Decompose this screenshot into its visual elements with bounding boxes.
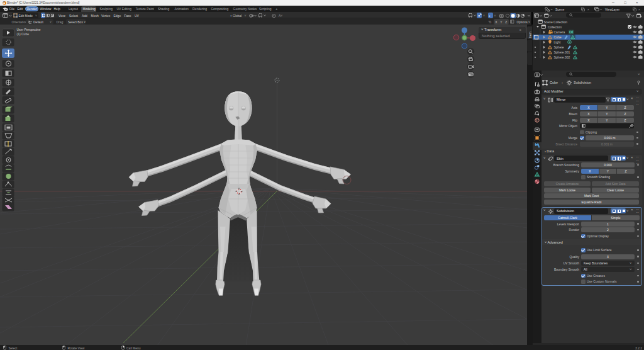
svg-text:Camera: Camera <box>554 30 565 34</box>
svg-text:Cube: Cube <box>554 35 562 39</box>
svg-text:Collection: Collection <box>548 25 562 29</box>
svg-text:Sphere.002: Sphere.002 <box>554 55 570 59</box>
svg-text:Scene Collection: Scene Collection <box>544 20 568 24</box>
svg-text:Sphere.001: Sphere.001 <box>554 50 570 54</box>
svg-text:Light: Light <box>554 40 561 44</box>
svg-text:Sphere: Sphere <box>554 45 564 49</box>
